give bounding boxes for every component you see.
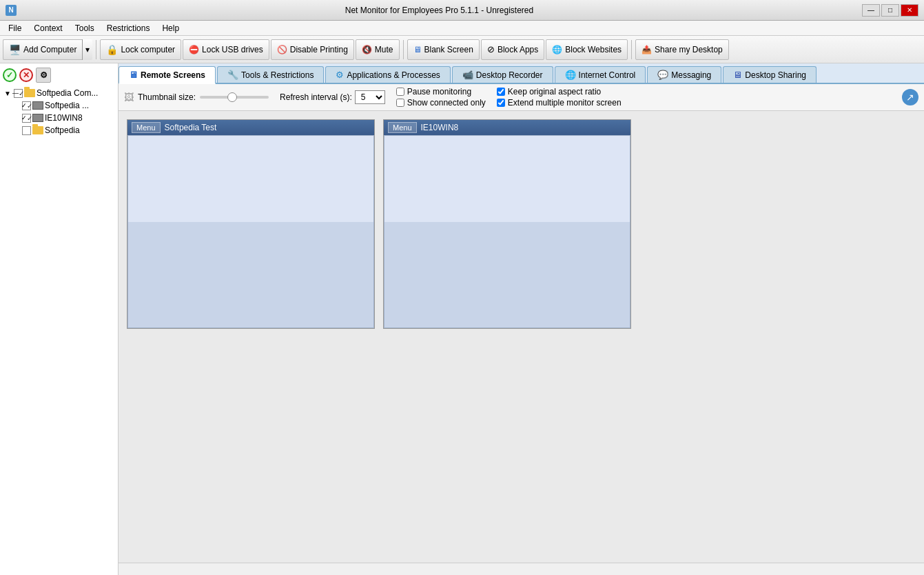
tree-item-softpedia-group[interactable]: ▼ — Softpedia Com... <box>1 87 116 99</box>
tab-desktop-sharing[interactable]: 🖥 Desktop Sharing <box>723 66 817 83</box>
window-controls: — □ ✕ <box>862 4 918 17</box>
thumbnail-slider[interactable] <box>200 96 269 99</box>
add-computer-split: 🖥️ Add Computer ▾ <box>3 39 92 60</box>
tab-applications-processes[interactable]: ⚙ Applications & Processes <box>325 66 450 83</box>
show-connected-only-label: Show connected only <box>407 98 486 108</box>
extend-monitor-row: Extend multiple monitor screen <box>497 98 622 108</box>
tree-label-softpedia-child: Softpedia ... <box>45 101 89 110</box>
pause-monitoring-label: Pause monitoring <box>407 87 471 97</box>
expand-placeholder-2 <box>11 114 21 122</box>
maximize-button[interactable]: □ <box>881 4 899 17</box>
refresh-select[interactable]: 5 1 2 3 10 15 30 60 <box>355 90 385 104</box>
screen-preview-1[interactable] <box>127 135 374 328</box>
slider-thumb[interactable] <box>227 92 237 102</box>
keep-aspect-ratio-checkbox[interactable] <box>497 88 505 96</box>
app-logo: N <box>6 5 17 16</box>
thumbnail-size-icon: 🖼 <box>124 92 134 103</box>
expand-icon[interactable]: ▼ <box>3 90 12 97</box>
blank-screen-button[interactable]: 🖥 Blank Screen <box>407 39 480 60</box>
tree-check-softpedia[interactable]: — <box>14 89 23 98</box>
tree-label-softpedia2: Softpedia <box>45 125 80 135</box>
refresh-label: Refresh interval (s): <box>280 92 352 102</box>
share-icon: 📤 <box>641 45 652 54</box>
share-desktop-label: Share my Desktop <box>655 45 723 54</box>
tree-check-softpedia-child[interactable]: ✓ <box>22 101 31 110</box>
extend-monitor-label: Extend multiple monitor screen <box>508 98 622 108</box>
expand-placeholder <box>11 102 21 110</box>
tab-label-tools: Tools & Restrictions <box>241 70 314 80</box>
view-toolbar: 🖼 Thumbnail size: Refresh interval (s): … <box>119 84 924 111</box>
tree-controls: ✓ ✕ ⚙ <box>1 66 116 84</box>
screen-menu-button-2[interactable]: Menu <box>388 122 417 133</box>
options-checkboxes: Pause monitoring Show connected only <box>396 87 486 108</box>
options-checkboxes-2: Keep original aspect ratio Extend multip… <box>497 87 622 108</box>
tree-label-softpedia: Softpedia Com... <box>37 88 98 98</box>
mute-label: Mute <box>375 45 393 54</box>
show-connected-only-row: Show connected only <box>396 98 486 108</box>
tree-item-softpedia-child[interactable]: ✓ Softpedia ... <box>10 99 116 112</box>
connect-button[interactable]: ✓ <box>3 68 17 82</box>
tree-children: ✓ Softpedia ... ✓ IE10WIN8 Softpedia <box>10 99 116 137</box>
lock-computer-button[interactable]: 🔒 Lock computer <box>100 39 181 60</box>
screen-menu-button-1[interactable]: Menu <box>132 122 161 133</box>
title-text: Net Monitor for Employees Pro 5.1.1 - Un… <box>17 6 862 15</box>
add-computer-dropdown[interactable]: ▾ <box>82 39 92 60</box>
folder-icon-2 <box>32 126 43 134</box>
screen-panel-header-2: Menu IE10WIN8 <box>384 120 630 135</box>
lock-computer-label: Lock computer <box>121 45 175 54</box>
tree-item-softpedia2[interactable]: Softpedia <box>10 124 116 137</box>
tab-messaging[interactable]: 💬 Messaging <box>647 66 721 83</box>
tree-check-softpedia2[interactable] <box>22 126 31 135</box>
tab-label-remote-screens: Remote Screens <box>141 70 205 80</box>
tab-internet-control[interactable]: 🌐 Internet Control <box>555 66 646 83</box>
tab-label-messaging: Messaging <box>671 70 711 80</box>
pause-monitoring-row: Pause monitoring <box>396 87 486 97</box>
menu-file[interactable]: File <box>3 22 27 34</box>
folder-icon <box>24 89 35 97</box>
tabs-bar: 🖥 Remote Screens 🔧 Tools & Restrictions … <box>119 63 924 84</box>
thumbnail-size-control: 🖼 Thumbnail size: <box>124 92 269 103</box>
menu-context[interactable]: Context <box>28 22 68 34</box>
tab-icon-sharing: 🖥 <box>733 70 742 80</box>
disable-printing-button[interactable]: 🚫 Disable Printing <box>271 39 354 60</box>
disable-printing-label: Disable Printing <box>290 45 348 54</box>
settings-button[interactable]: ⚙ <box>36 68 51 83</box>
blank-screen-label: Blank Screen <box>424 45 473 54</box>
close-button[interactable]: ✕ <box>901 4 918 17</box>
screen-title-2: IE10WIN8 <box>421 123 459 132</box>
share-desktop-button[interactable]: 📤 Share my Desktop <box>635 39 729 60</box>
tab-icon-tools: 🔧 <box>227 70 238 80</box>
show-connected-only-checkbox[interactable] <box>396 99 404 107</box>
tab-label-apps: Applications & Processes <box>347 70 440 80</box>
sidebar: ✓ ✕ ⚙ ▼ — Softpedia Com... ✓ Softpedia .… <box>0 63 119 575</box>
status-bar <box>119 563 924 575</box>
screen-panel-softpedia-test: Menu Softpedia Test <box>127 119 375 329</box>
minimize-button[interactable]: — <box>862 4 880 17</box>
screen-preview-2[interactable] <box>384 135 630 328</box>
main-area: ✓ ✕ ⚙ ▼ — Softpedia Com... ✓ Softpedia .… <box>0 63 924 575</box>
tree-check-ie10win8[interactable]: ✓ <box>22 114 31 123</box>
toolbar: 🖥️ Add Computer ▾ 🔒 Lock computer ⛔ Lock… <box>0 36 924 63</box>
add-computer-button[interactable]: 🖥️ Add Computer <box>3 39 82 60</box>
tab-desktop-recorder[interactable]: 📹 Desktop Recorder <box>452 66 553 83</box>
extend-monitor-checkbox[interactable] <box>497 99 505 107</box>
screens-area: Menu Softpedia Test Menu IE10WIN8 <box>119 111 924 563</box>
block-apps-button[interactable]: ⊘ Block Apps <box>481 39 544 60</box>
disconnect-button[interactable]: ✕ <box>19 68 33 82</box>
refresh-button[interactable]: ↗ <box>902 89 918 105</box>
block-websites-button[interactable]: 🌐 Block Websites <box>546 39 628 60</box>
tab-label-sharing: Desktop Sharing <box>745 70 806 80</box>
tab-remote-screens[interactable]: 🖥 Remote Screens <box>119 66 216 84</box>
menu-tools[interactable]: Tools <box>70 22 100 34</box>
pause-monitoring-checkbox[interactable] <box>396 88 404 96</box>
tab-icon-apps: ⚙ <box>336 70 344 80</box>
menu-help[interactable]: Help <box>156 22 185 34</box>
mute-button[interactable]: 🔇 Mute <box>356 39 400 60</box>
screen-title-1: Softpedia Test <box>165 123 217 132</box>
lock-usb-button[interactable]: ⛔ Lock USB drives <box>183 39 269 60</box>
menu-restrictions[interactable]: Restrictions <box>101 22 156 34</box>
tree-label-ie10win8: IE10WIN8 <box>45 113 83 123</box>
tab-tools-restrictions[interactable]: 🔧 Tools & Restrictions <box>217 66 324 83</box>
refresh-control: Refresh interval (s): 5 1 2 3 10 15 30 6… <box>280 90 385 104</box>
tree-item-ie10win8[interactable]: ✓ IE10WIN8 <box>10 112 116 124</box>
